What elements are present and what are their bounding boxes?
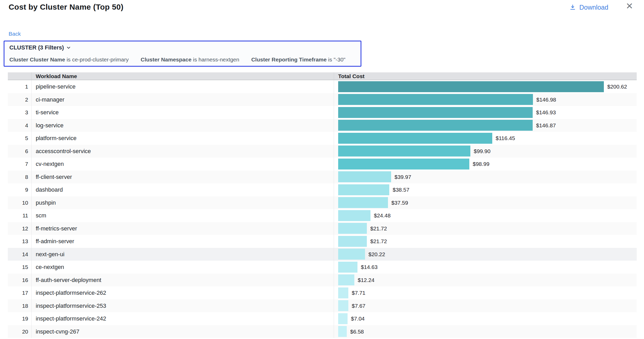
- table-row[interactable]: 10 pushpin $37.59: [8, 196, 637, 209]
- cost-value: $7.67: [352, 299, 366, 312]
- cost-bar: [338, 184, 389, 195]
- row-index: 12: [8, 222, 28, 235]
- column-header-workload-name: Workload Name: [36, 73, 77, 79]
- cost-table: Workload Name Total Cost 1 pipeline-serv…: [8, 72, 637, 338]
- column-divider: [31, 286, 32, 299]
- column-header-total-cost: Total Cost: [338, 73, 364, 79]
- row-index: 20: [8, 325, 28, 338]
- filter-condition: is ce-prod-cluster-primary: [65, 56, 129, 62]
- row-index: 9: [8, 183, 28, 196]
- cluster-filter-expander[interactable]: CLUSTER (3 Filters): [9, 44, 71, 51]
- column-divider: [31, 183, 32, 196]
- workload-name: platform-service: [36, 132, 76, 145]
- workload-name: pushpin: [36, 196, 56, 209]
- row-index: 18: [8, 299, 28, 312]
- column-divider: [334, 325, 334, 338]
- column-divider: [31, 261, 32, 274]
- row-index: 2: [8, 93, 28, 106]
- row-index: 14: [8, 248, 28, 261]
- table-row[interactable]: 4 log-service $146.87: [8, 119, 637, 132]
- column-divider: [334, 261, 334, 274]
- row-index: 19: [8, 312, 28, 325]
- row-index: 5: [8, 132, 28, 145]
- cost-bar: [338, 326, 347, 337]
- workload-name: ci-manager: [36, 93, 64, 106]
- cost-value: $24.48: [374, 209, 391, 222]
- cost-value: $37.59: [391, 196, 408, 209]
- column-divider: [334, 119, 334, 132]
- table-row[interactable]: 5 platform-service $116.45: [8, 132, 637, 145]
- cluster-filter-panel: CLUSTER (3 Filters) Cluster Cluster Name…: [4, 41, 361, 67]
- column-divider: [31, 132, 32, 145]
- table-row[interactable]: 11 scm $24.48: [8, 209, 637, 222]
- column-divider: [31, 93, 32, 106]
- table-row[interactable]: 7 cv-nextgen $98.99: [8, 158, 637, 171]
- column-divider: [334, 286, 334, 299]
- download-button[interactable]: Download: [569, 4, 608, 11]
- row-index: 11: [8, 209, 28, 222]
- cluster-filter-title: CLUSTER (3 Filters): [9, 44, 64, 51]
- cost-value: $98.99: [473, 158, 489, 171]
- column-divider: [31, 80, 32, 93]
- column-divider: [31, 72, 32, 80]
- cost-bar: [338, 287, 348, 298]
- cost-value: $20.22: [368, 248, 385, 261]
- column-divider: [31, 299, 32, 312]
- row-index: 15: [8, 261, 28, 274]
- workload-name: pipeline-service: [36, 80, 76, 93]
- workload-name: accesscontrol-service: [36, 145, 91, 158]
- table-row[interactable]: 17 inspect-platformservice-262 $7.71: [8, 286, 637, 299]
- column-divider: [334, 72, 334, 80]
- cost-value: $39.97: [394, 171, 411, 184]
- workload-name: dashboard: [36, 183, 63, 196]
- table-row[interactable]: 13 ff-admin-server $21.72: [8, 235, 637, 248]
- cost-value: $38.57: [393, 183, 409, 196]
- table-row[interactable]: 3 ti-service $146.93: [8, 106, 637, 119]
- column-divider: [31, 312, 32, 325]
- column-divider: [334, 248, 334, 261]
- cost-value: $146.87: [536, 119, 556, 132]
- cost-bar: [338, 107, 533, 118]
- cost-bar: [338, 120, 533, 131]
- table-row[interactable]: 20 inspect-cvng-267 $6.58: [8, 325, 637, 338]
- column-divider: [334, 235, 334, 248]
- cost-bar: [338, 159, 469, 170]
- column-divider: [334, 158, 334, 171]
- table-row[interactable]: 15 ce-nextgen $14.63: [8, 261, 637, 274]
- row-index: 8: [8, 171, 28, 184]
- table-row[interactable]: 14 next-gen-ui $20.22: [8, 248, 637, 261]
- cost-bar: [338, 133, 492, 144]
- table-row[interactable]: 9 dashboard $38.57: [8, 183, 637, 196]
- table-row[interactable]: 6 accesscontrol-service $99.90: [8, 145, 637, 158]
- column-divider: [31, 235, 32, 248]
- table-row[interactable]: 16 ff-auth-server-deployment $12.24: [8, 274, 637, 287]
- download-icon: [569, 4, 576, 11]
- column-divider: [334, 222, 334, 235]
- cost-value: $146.93: [536, 106, 556, 119]
- column-divider: [31, 171, 32, 184]
- table-row[interactable]: 19 inspect-platformservice-242 $7.04: [8, 312, 637, 325]
- column-divider: [334, 132, 334, 145]
- workload-name: next-gen-ui: [36, 248, 64, 261]
- cost-value: $12.24: [358, 274, 374, 287]
- table-row[interactable]: 2 ci-manager $146.98: [8, 93, 637, 106]
- workload-name: ff-metrics-server: [36, 222, 77, 235]
- filter-condition: is harness-nextgen: [191, 56, 239, 62]
- row-index: 7: [8, 158, 28, 171]
- row-index: 16: [8, 274, 28, 287]
- column-divider: [334, 171, 334, 184]
- cost-value: $116.45: [496, 132, 515, 145]
- close-icon[interactable]: ✕: [626, 2, 633, 10]
- column-divider: [31, 222, 32, 235]
- filter-field: Cluster Cluster Name: [9, 56, 65, 62]
- workload-name: inspect-platformservice-242: [36, 312, 106, 325]
- cost-value: $99.90: [474, 145, 490, 158]
- cost-bar: [338, 274, 354, 285]
- back-link[interactable]: Back: [9, 31, 21, 37]
- column-divider: [334, 183, 334, 196]
- cost-bar: [338, 236, 367, 247]
- table-row[interactable]: 8 ff-client-server $39.97: [8, 171, 637, 184]
- table-row[interactable]: 1 pipeline-service $200.62: [8, 80, 637, 93]
- table-row[interactable]: 12 ff-metrics-server $21.72: [8, 222, 637, 235]
- table-row[interactable]: 18 inspect-platformservice-253 $7.67: [8, 299, 637, 312]
